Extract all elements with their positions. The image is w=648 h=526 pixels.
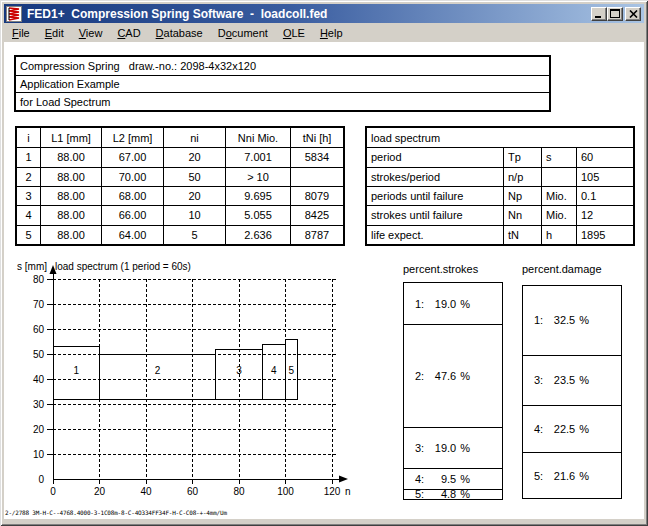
percent-strokes-segment-4: 4:9.5% [404, 468, 502, 489]
svg-text:80: 80 [33, 274, 45, 285]
minimize-icon[interactable] [591, 7, 607, 21]
percent-sign: % [460, 442, 470, 454]
table-cell: 7.001 [225, 147, 290, 166]
percent-strokes-segment-5: 5:4.8% [404, 489, 502, 499]
percent-sign: % [579, 423, 589, 435]
title-bar[interactable]: FED1+ Compression Spring Software - load… [4, 4, 644, 23]
close-icon[interactable] [625, 7, 641, 21]
table-cell: 5 [17, 225, 40, 244]
load-spectrum-table: load spectrumperiodTps60strokes/periodn/… [365, 126, 635, 246]
table-cell: 60 [576, 147, 633, 166]
svg-text:80: 80 [233, 486, 245, 497]
percent-sign: % [460, 370, 470, 382]
table-header-cell: ni [163, 128, 225, 147]
table-cell: 3 [17, 186, 40, 205]
segment-value: 19.0 [426, 442, 456, 454]
segment-value: 19.0 [426, 298, 456, 310]
percent-sign: % [460, 298, 470, 310]
segment-index: 3: [415, 442, 424, 454]
table-cell: 67.00 [101, 147, 163, 166]
table-cell: 2.636 [225, 225, 290, 244]
percent-sign: % [579, 314, 589, 326]
menu-bar: FileEditViewCADDatabaseDocumentOLEHelp [4, 23, 644, 42]
svg-text:60: 60 [33, 324, 45, 335]
segment-index: 5: [534, 470, 543, 482]
svg-text:0: 0 [38, 474, 44, 485]
table-cell: life expect. [367, 225, 503, 244]
table-header-cell: i [17, 128, 40, 147]
svg-text:1: 1 [73, 365, 79, 376]
menu-item-ole[interactable]: OLE [283, 27, 305, 39]
menu-item-cad[interactable]: CAD [117, 27, 140, 39]
segment-index: 4: [415, 473, 424, 485]
percent-sign: % [460, 473, 470, 485]
percent-strokes-segment-3: 3:19.0% [404, 427, 502, 468]
svg-text:120: 120 [324, 486, 341, 497]
table-cell: Tp [503, 147, 541, 166]
svg-text:100: 100 [277, 486, 294, 497]
menu-item-help[interactable]: Help [320, 27, 343, 39]
table-cell: 4 [17, 205, 40, 224]
table-cell: Mio. [541, 186, 576, 205]
table-header-cell: L1 [mm] [40, 128, 101, 147]
menu-item-view[interactable]: View [79, 27, 103, 39]
percent-damage-segment-5: 5:21.6% [523, 452, 621, 498]
table-cell: 70.00 [101, 167, 163, 186]
table-cell: 8425 [290, 205, 343, 224]
segment-index: 4: [534, 423, 543, 435]
table-cell: 20 [163, 186, 225, 205]
app-window: FED1+ Compression Spring Software - load… [0, 0, 648, 526]
drawing-header: Compression Spring draw.-no.: 2098-4x32x… [14, 55, 551, 112]
table-header-cell: L2 [mm] [101, 128, 163, 147]
svg-text:10: 10 [33, 449, 45, 460]
table-cell: 88.00 [40, 205, 101, 224]
svg-text:20: 20 [33, 424, 45, 435]
table-cell: 50 [163, 167, 225, 186]
table-cell: 8787 [290, 225, 343, 244]
maximize-icon[interactable] [607, 7, 623, 21]
table-cell: Np [503, 186, 541, 205]
table-cell: 0.1 [576, 186, 633, 205]
segment-value: 23.5 [545, 374, 575, 386]
svg-text:s [mm]: s [mm] [17, 261, 47, 272]
menu-item-document[interactable]: Document [218, 27, 268, 39]
table-cell: Mio. [541, 205, 576, 224]
segment-index: 1: [415, 298, 424, 310]
svg-text:4: 4 [271, 365, 277, 376]
table-cell: 9.695 [225, 186, 290, 205]
percent-sign: % [579, 374, 589, 386]
table-cell: 5.055 [225, 205, 290, 224]
window-title: FED1+ Compression Spring Software - load… [27, 7, 327, 21]
table-cell: 5 [163, 225, 225, 244]
table-cell: 10 [163, 205, 225, 224]
table-cell: periods until failure [367, 186, 503, 205]
load-spectrum-chart: 01020304050607080020406080100120ns [mm]l… [0, 258, 370, 508]
svg-text:40: 40 [33, 374, 45, 385]
header-line-2: Application Example [16, 75, 549, 93]
table-cell: 88.00 [40, 225, 101, 244]
percent-damage-segment-3: 3:23.5% [523, 355, 621, 405]
table-cell [541, 167, 576, 186]
svg-text:60: 60 [187, 486, 199, 497]
table-header-cell: Nni Mio. [225, 128, 290, 147]
table-cell: 20 [163, 147, 225, 166]
segment-value: 47.6 [426, 370, 456, 382]
header-line-1: Compression Spring draw.-no.: 2098-4x32x… [16, 57, 549, 75]
menu-item-edit[interactable]: Edit [45, 27, 64, 39]
spring-load-table: iL1 [mm]L2 [mm]niNni Mio.tNi [h]188.0067… [15, 126, 345, 246]
percent-damage-title: percent.damage [522, 263, 602, 275]
svg-text:30: 30 [33, 399, 45, 410]
table-cell: strokes until failure [367, 205, 503, 224]
segment-value: 21.6 [545, 470, 575, 482]
table-cell: 105 [576, 167, 633, 186]
table-cell: > 10 [225, 167, 290, 186]
table-header-cell: tNi [h] [290, 128, 343, 147]
table-cell: strokes/period [367, 167, 503, 186]
menu-item-file[interactable]: File [12, 27, 30, 39]
table-cell: 1895 [576, 225, 633, 244]
segment-value: 4.8 [426, 488, 456, 500]
menu-item-database[interactable]: Database [156, 27, 203, 39]
percent-strokes-segment-2: 2:47.6% [404, 324, 502, 427]
svg-text:70: 70 [33, 299, 45, 310]
table-cell: 64.00 [101, 225, 163, 244]
